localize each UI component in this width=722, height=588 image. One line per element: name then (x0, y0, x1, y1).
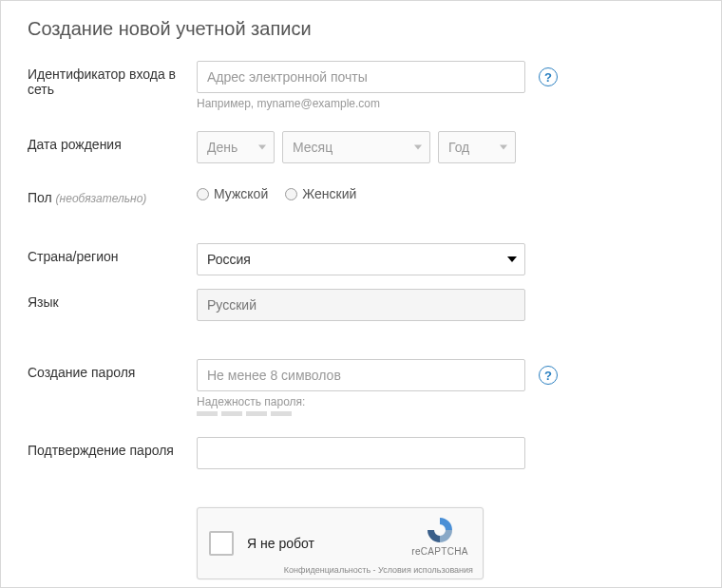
dob-month-value: Месяц (293, 140, 332, 155)
chevron-down-icon (258, 145, 266, 150)
language-label: Язык (28, 289, 197, 310)
recaptcha-label: Я не робот (247, 536, 314, 551)
country-select[interactable]: Россия (197, 243, 525, 275)
recaptcha-widget: Я не робот reCAPTCHA Конфиденциальность … (197, 507, 484, 579)
help-icon[interactable]: ? (539, 67, 558, 86)
password-strength-meter (197, 411, 694, 416)
recaptcha-logo-icon (407, 516, 473, 544)
dob-label: Дата рождения (28, 131, 197, 152)
signin-id-input[interactable] (197, 61, 525, 93)
gender-female-label: Женский (302, 186, 356, 201)
recaptcha-brand: reCAPTCHA (407, 546, 473, 557)
dob-year-value: Год (448, 140, 469, 155)
radio-icon (285, 188, 297, 200)
language-field: Русский (197, 289, 525, 321)
gender-female-radio[interactable]: Женский (285, 186, 356, 201)
gender-male-radio[interactable]: Мужской (197, 186, 268, 201)
dob-day-value: День (207, 140, 238, 155)
help-icon[interactable]: ? (539, 366, 558, 385)
password-create-label: Создание пароля (28, 359, 197, 380)
radio-icon (197, 188, 209, 200)
chevron-down-icon (507, 256, 517, 262)
chevron-down-icon (414, 145, 422, 150)
gender-optional: (необязательно) (56, 192, 147, 205)
password-strength-label: Надежность пароля: (197, 395, 694, 408)
language-value: Русский (207, 297, 256, 313)
recaptcha-checkbox[interactable] (209, 531, 234, 556)
chevron-down-icon (500, 145, 507, 150)
signin-id-label: Идентификатор входа в сеть (28, 61, 197, 97)
dob-year-select[interactable]: Год (438, 131, 516, 163)
country-label: Страна/регион (28, 243, 197, 264)
password-confirm-input[interactable] (197, 437, 525, 469)
country-value: Россия (207, 252, 251, 267)
gender-label: Пол (необязательно) (28, 184, 197, 205)
page-title: Создание новой учетной записи (28, 18, 694, 40)
password-confirm-label: Подтверждение пароля (28, 437, 197, 458)
gender-male-label: Мужской (214, 186, 268, 201)
password-input[interactable] (197, 359, 525, 391)
recaptcha-links[interactable]: Конфиденциальность - Условия использован… (284, 565, 473, 575)
dob-month-select[interactable]: Месяц (282, 131, 430, 163)
signin-id-hint: Например, myname@example.com (197, 97, 694, 110)
dob-day-select[interactable]: День (197, 131, 275, 163)
